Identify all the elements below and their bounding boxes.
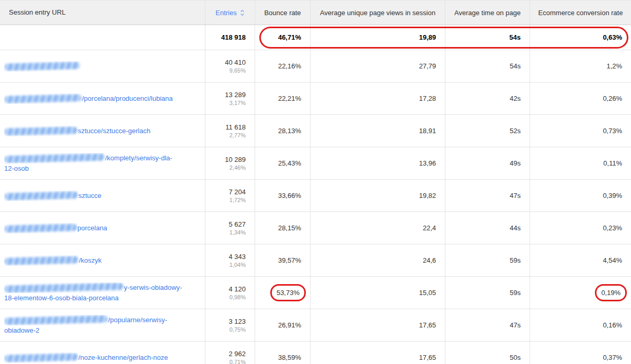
session-entry-url-cell: /koszyk bbox=[0, 244, 205, 276]
redacted-url-scribble bbox=[4, 224, 77, 232]
analytics-entry-url-table: Session entry URL Entries Bounce rate Av… bbox=[0, 0, 631, 364]
column-header-bounce-rate[interactable]: Bounce rate bbox=[255, 1, 310, 25]
entries-percent-of-total: 2,46% bbox=[230, 165, 246, 171]
column-header-session-entry-url[interactable]: Session entry URL bbox=[0, 1, 205, 25]
table-row: sztucce/sztucce-gerlach 11 618 2,77% 28,… bbox=[0, 115, 631, 147]
entry-url-link[interactable]: y-serwis-obiadowy- bbox=[4, 284, 182, 291]
ecommerce-conversion-rate-cell: 0,26% bbox=[530, 83, 631, 114]
session-entry-url-cell: /popularne/serwisy- obiadowe-2 bbox=[0, 309, 205, 341]
bounce-rate-cell: 39,57% bbox=[255, 244, 310, 276]
totals-url-cell bbox=[0, 25, 205, 50]
entry-url-link[interactable]: /koszyk bbox=[4, 256, 101, 264]
entry-url-link[interactable]: sztucce bbox=[4, 192, 101, 199]
column-header-label: Average unique page views in session bbox=[320, 9, 435, 17]
avg-unique-page-views-cell: 27,79 bbox=[310, 50, 445, 82]
avg-time-on-page-cell: 54s bbox=[445, 50, 530, 82]
ecommerce-conversion-rate-cell: 0,23% bbox=[530, 212, 631, 244]
totals-row: 418 918 46,71% 19,89 54s 0,63% bbox=[0, 25, 631, 50]
avg-unique-page-views-cell: 22,4 bbox=[310, 212, 445, 244]
column-header-avg-unique-page-views[interactable]: Average unique page views in session bbox=[310, 1, 445, 25]
column-header-label: Average time on page bbox=[454, 9, 521, 17]
redacted-url-scribble bbox=[4, 191, 78, 200]
bounce-rate-cell: 28,13% bbox=[255, 115, 310, 147]
bounce-rate-cell: 38,59% bbox=[255, 342, 310, 364]
table-row: porcelana 5 627 1,34% 28,15% 22,4 44s 0,… bbox=[0, 212, 631, 244]
ecommerce-conversion-rate-cell: 0,11% bbox=[530, 147, 631, 179]
entry-url-text: /popularne/serwisy- bbox=[108, 316, 167, 324]
redacted-url-scribble bbox=[4, 94, 82, 103]
table-header-row: Session entry URL Entries Bounce rate Av… bbox=[0, 1, 631, 25]
avg-unique-page-views-cell: 17,65 bbox=[310, 342, 445, 364]
red-annotation-ring-conversion-value: 0,19% bbox=[595, 284, 627, 301]
entry-url-link-line2[interactable]: obiadowe-2 bbox=[4, 326, 39, 334]
avg-unique-page-views-cell: 24,6 bbox=[310, 244, 445, 276]
entries-cell: 2 962 0,71% bbox=[205, 342, 255, 364]
entries-percent-of-total: 0,71% bbox=[230, 359, 246, 364]
entry-url-link[interactable]: sztucce/sztucce-gerlach bbox=[4, 127, 151, 135]
entries-cell: 7 204 1,72% bbox=[205, 180, 255, 212]
session-entry-url-cell: y-serwis-obiadowy- 18-elementow-6-osob-b… bbox=[0, 277, 205, 309]
entry-url-link[interactable]: /popularne/serwisy- bbox=[4, 316, 167, 324]
ecommerce-conversion-rate-cell: 0,19% bbox=[530, 277, 631, 309]
entries-cell: 4 120 0,98% bbox=[205, 277, 255, 309]
bounce-rate-cell: 28,15% bbox=[255, 212, 310, 244]
totals-conversion-rate: 0,63% bbox=[530, 25, 631, 50]
avg-time-on-page-cell: 49s bbox=[445, 147, 530, 179]
entry-url-link[interactable] bbox=[4, 62, 81, 70]
bounce-rate-cell: 22,21% bbox=[255, 83, 310, 114]
entry-url-link[interactable]: /komplety/serwisy-dla- bbox=[4, 154, 173, 162]
entry-url-link-line2[interactable]: 18-elementow-6-osob-biala-porcelana bbox=[4, 294, 119, 302]
sort-up-down-icon[interactable] bbox=[240, 9, 245, 16]
entry-url-link[interactable]: porcelana bbox=[4, 224, 107, 232]
entry-url-link-line2[interactable]: 12-osob bbox=[4, 165, 29, 172]
entries-cell: 4 343 1,04% bbox=[205, 244, 255, 276]
ecommerce-conversion-rate-cell: 0,37% bbox=[530, 342, 631, 364]
bounce-rate-cell: 26,91% bbox=[255, 309, 310, 341]
entry-url-text: /porcelana/producenci/lubiana bbox=[82, 95, 173, 102]
bounce-rate-cell: 53,73% bbox=[255, 277, 310, 309]
table-row: /komplety/serwisy-dla- 12-osob 10 289 2,… bbox=[0, 147, 631, 180]
session-entry-url-cell: /komplety/serwisy-dla- 12-osob bbox=[0, 147, 205, 179]
entries-cell: 11 618 2,77% bbox=[205, 115, 255, 147]
session-entry-url-cell: sztucce/sztucce-gerlach bbox=[0, 115, 205, 147]
entry-url-link[interactable]: /porcelana/producenci/lubiana bbox=[4, 95, 173, 102]
entry-url-text: 18-elementow-6-osob-biala-porcelana bbox=[4, 294, 119, 302]
column-header-label: Entries bbox=[215, 9, 236, 17]
avg-time-on-page-cell: 59s bbox=[445, 244, 530, 276]
entry-url-text: /noze-kuchenne/gerlach-noze bbox=[78, 354, 168, 361]
table-row: /noze-kuchenne/gerlach-noze 2 962 0,71% … bbox=[0, 342, 631, 364]
entries-cell: 5 627 1,34% bbox=[205, 212, 255, 244]
entry-url-link[interactable]: /noze-kuchenne/gerlach-noze bbox=[4, 354, 168, 361]
entries-percent-of-total: 2,77% bbox=[230, 132, 246, 138]
session-entry-url-cell bbox=[0, 50, 205, 82]
entry-url-text: /koszyk bbox=[79, 256, 101, 264]
column-header-avg-time-on-page[interactable]: Average time on page bbox=[445, 1, 530, 25]
avg-time-on-page-cell: 50s bbox=[445, 342, 530, 364]
avg-unique-page-views-cell: 13,96 bbox=[310, 147, 445, 179]
entry-url-text: sztucce bbox=[78, 192, 101, 199]
session-entry-url-cell: porcelana bbox=[0, 212, 205, 244]
entries-cell: 13 289 3,17% bbox=[205, 83, 255, 114]
entries-percent-of-total: 0,75% bbox=[230, 326, 246, 333]
avg-time-on-page-cell: 52s bbox=[445, 115, 530, 147]
table-row: y-serwis-obiadowy- 18-elementow-6-osob-b… bbox=[0, 277, 631, 309]
avg-time-on-page-cell: 47s bbox=[445, 180, 530, 212]
table-row: /popularne/serwisy- obiadowe-2 3 123 0,7… bbox=[0, 309, 631, 342]
avg-unique-page-views-cell: 17,65 bbox=[310, 309, 445, 341]
entry-url-text: sztucce/sztucce-gerlach bbox=[78, 127, 151, 135]
entry-url-text: porcelana bbox=[77, 224, 107, 232]
table-row: 40 410 9,65% 22,16% 27,79 54s 1,2% bbox=[0, 50, 631, 83]
avg-time-on-page-cell: 42s bbox=[445, 83, 530, 114]
bounce-rate-cell: 25,43% bbox=[255, 147, 310, 179]
ecommerce-conversion-rate-cell: 0,16% bbox=[530, 309, 631, 341]
entries-percent-of-total: 1,04% bbox=[230, 262, 246, 268]
column-header-ecommerce-conversion-rate[interactable]: Ecommerce conversion rate bbox=[530, 1, 631, 25]
column-header-entries[interactable]: Entries bbox=[205, 1, 255, 25]
ecommerce-conversion-rate-cell: 4,54% bbox=[530, 244, 631, 276]
bounce-rate-cell: 33,66% bbox=[255, 180, 310, 212]
entries-percent-of-total: 1,34% bbox=[230, 229, 246, 236]
avg-time-on-page-cell: 59s bbox=[445, 277, 530, 309]
session-entry-url-cell: /porcelana/producenci/lubiana bbox=[0, 83, 205, 114]
table-body: 40 410 9,65% 22,16% 27,79 54s 1,2% /porc… bbox=[0, 50, 631, 364]
table-row: /koszyk 4 343 1,04% 39,57% 24,6 59s 4,54… bbox=[0, 244, 631, 277]
